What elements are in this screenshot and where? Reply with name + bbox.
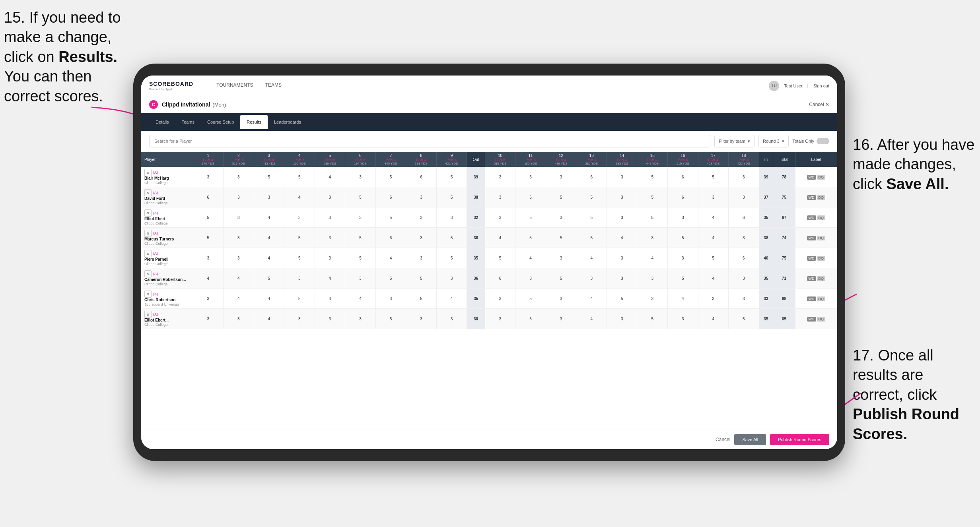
- dq-badge[interactable]: DQ: [817, 236, 826, 240]
- tournament-icon: C: [149, 100, 158, 109]
- publish-round-scores-button[interactable]: Publish Round Scores: [770, 434, 829, 445]
- player-name: Elliot Ebert: [144, 217, 165, 221]
- round-dropdown[interactable]: Round 3 ▾: [758, 135, 789, 147]
- filter-bar: Filter by team ▾ Round 3 ▾ Totals Only: [141, 131, 837, 152]
- player-badge: S: [144, 270, 152, 277]
- tab-details[interactable]: Details: [149, 115, 175, 129]
- tablet: SCOREBOARD Powered by clippd TOURNAMENTS…: [133, 64, 845, 461]
- player-badge: S: [144, 169, 152, 176]
- wd-badge[interactable]: WD: [807, 256, 816, 261]
- sub-nav: Details Teams Course Setup Results Leade…: [141, 113, 837, 131]
- search-input[interactable]: [149, 135, 710, 147]
- player-badge: S: [144, 291, 152, 298]
- tab-teams[interactable]: Teams: [175, 115, 201, 129]
- scores-table-container[interactable]: Player1PAR 4370 YDS2PAR 5511 YDS3PAR 443…: [141, 152, 837, 430]
- totals-only-switch[interactable]: [817, 138, 829, 144]
- nav-separator: |: [807, 83, 809, 88]
- player-name: Cameron Robertson...: [144, 277, 186, 282]
- tournament-subtitle: (Men): [212, 102, 226, 108]
- chevron-down-icon: ▾: [748, 139, 750, 144]
- wd-badge[interactable]: WD: [807, 296, 816, 301]
- player-badge: S: [144, 250, 152, 257]
- logo: SCOREBOARD: [149, 81, 193, 87]
- table-row: S(A) Blair McHargClippd College335543565…: [141, 167, 837, 187]
- instructions-right-top: 16. After you have made changes, click S…: [853, 135, 976, 194]
- nav-right: TU Test User | Sign out: [769, 81, 829, 91]
- instructions-left: 15. If you need to make a change, click …: [4, 8, 127, 106]
- player-name: Piers Parnell: [144, 257, 169, 262]
- tab-course-setup[interactable]: Course Setup: [201, 115, 240, 129]
- player-name: Blair McHarg: [144, 176, 169, 180]
- wd-badge[interactable]: WD: [807, 276, 816, 281]
- nav-teams[interactable]: TEAMS: [265, 82, 282, 89]
- player-badge: S: [144, 189, 152, 196]
- tournament-title: Clippd Invitational: [162, 101, 210, 108]
- player-badge: S: [144, 209, 152, 217]
- player-badge: S: [144, 311, 152, 318]
- table-row: S(A) Elliot Ebert...Clippd College334333…: [141, 309, 837, 329]
- dq-badge[interactable]: DQ: [817, 317, 826, 322]
- tournament-header: C Clippd Invitational (Men) Cancel ✕: [141, 96, 837, 113]
- player-name: Chris Robertson: [144, 298, 175, 302]
- footer-bar: Cancel Save All Publish Round Scores: [141, 430, 837, 449]
- tab-results[interactable]: Results: [240, 115, 268, 129]
- dq-badge[interactable]: DQ: [817, 256, 826, 261]
- nav-links: TOURNAMENTS TEAMS: [216, 82, 282, 89]
- table-row: S(A) Cameron Robertson...Clippd College4…: [141, 268, 837, 289]
- dq-badge[interactable]: DQ: [817, 296, 826, 301]
- table-row: S(A) Chris RobertsonScoreboard Universit…: [141, 289, 837, 309]
- dq-badge[interactable]: DQ: [817, 175, 826, 180]
- dq-badge[interactable]: DQ: [817, 195, 826, 200]
- table-row: S(A) Piers ParnellClippd College33453543…: [141, 248, 837, 268]
- wd-badge[interactable]: WD: [807, 317, 816, 322]
- wd-badge[interactable]: WD: [807, 236, 816, 240]
- sign-out-link[interactable]: Sign out: [813, 83, 829, 88]
- user-name: Test User: [784, 83, 802, 88]
- player-school: Clippd College: [144, 262, 168, 266]
- wd-badge[interactable]: WD: [807, 175, 816, 180]
- user-avatar: TU: [769, 81, 779, 91]
- player-school: Clippd College: [144, 282, 168, 286]
- chevron-down-icon-round: ▾: [782, 139, 784, 144]
- instructions-right-bottom: 17. Once all results are correct, click …: [853, 346, 976, 444]
- dq-badge[interactable]: DQ: [817, 276, 826, 281]
- player-badge: S: [144, 230, 152, 237]
- totals-only-toggle: Totals Only: [793, 138, 829, 144]
- player-school: Clippd College: [144, 201, 168, 205]
- nav-tournaments[interactable]: TOURNAMENTS: [216, 82, 253, 89]
- filter-by-team-dropdown[interactable]: Filter by team ▾: [714, 135, 754, 147]
- top-nav: SCOREBOARD Powered by clippd TOURNAMENTS…: [141, 76, 837, 96]
- player-name: Marcus Turners: [144, 237, 174, 241]
- player-school: Clippd College: [144, 181, 168, 185]
- dq-badge[interactable]: DQ: [817, 215, 826, 220]
- save-all-button[interactable]: Save All: [734, 434, 766, 445]
- tablet-screen: SCOREBOARD Powered by clippd TOURNAMENTS…: [141, 76, 837, 449]
- player-school: Clippd College: [144, 221, 168, 225]
- scores-table: Player1PAR 4370 YDS2PAR 5511 YDS3PAR 443…: [141, 152, 837, 329]
- wd-badge[interactable]: WD: [807, 195, 816, 200]
- tournament-cancel-btn[interactable]: Cancel ✕: [809, 102, 829, 107]
- tab-leaderboards[interactable]: Leaderboards: [268, 115, 307, 129]
- cancel-button[interactable]: Cancel: [716, 437, 730, 442]
- player-school: Clippd College: [144, 323, 168, 327]
- player-name: Elliot Ebert...: [144, 318, 169, 322]
- table-row: S(A) Elliot EbertClippd College534333533…: [141, 207, 837, 228]
- wd-badge[interactable]: WD: [807, 215, 816, 220]
- table-row: S(A) Marcus TurnersClippd College5345356…: [141, 228, 837, 248]
- player-school: Clippd College: [144, 242, 168, 246]
- player-name: David Ford: [144, 196, 165, 201]
- logo-sub: Powered by clippd: [149, 88, 196, 91]
- player-school: Scoreboard University: [144, 302, 180, 306]
- table-row: S(A) David FordClippd College63343563538…: [141, 187, 837, 207]
